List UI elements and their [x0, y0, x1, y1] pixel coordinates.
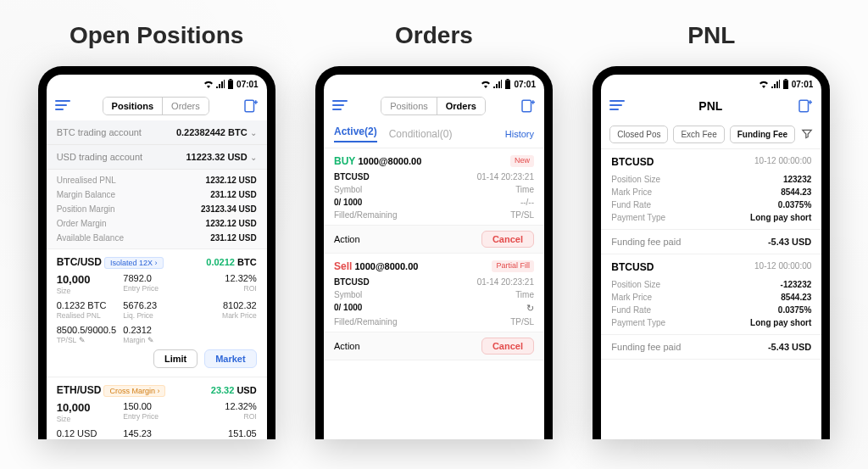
- entry-value: 7892.0: [123, 273, 190, 283]
- tab-positions[interactable]: Positions: [103, 98, 163, 114]
- app-header: Positions Orders: [324, 92, 544, 120]
- entry-value: 150.00: [123, 401, 190, 411]
- menu-icon[interactable]: [55, 100, 70, 112]
- roi-label: ROI: [190, 284, 257, 293]
- size-value: -123232: [781, 280, 812, 289]
- kv-key: Unrealised PNL: [57, 176, 116, 185]
- new-order-icon[interactable]: [796, 98, 813, 114]
- signal-icon: [216, 80, 225, 88]
- margin-value[interactable]: 0.2312: [123, 325, 190, 335]
- tab-funding-fee[interactable]: Funding Fee: [730, 126, 795, 143]
- wifi-icon: [203, 80, 214, 88]
- rate-value: 0.0375%: [778, 200, 811, 209]
- kv-key: Order Margin: [57, 219, 107, 228]
- tpsl-value[interactable]: 8500.5/9000.5: [57, 325, 124, 335]
- position-pair: ETH/USD: [57, 384, 102, 396]
- app-header: PNL: [601, 92, 821, 120]
- liq-value: 145.23: [123, 428, 190, 438]
- tab-orders[interactable]: Orders: [162, 98, 209, 114]
- phone-frame: 07:01 Positions Orders Active(2) Co: [315, 66, 553, 439]
- time-label: Time: [515, 185, 534, 194]
- pnl-symbol: BTCUSD: [611, 156, 654, 168]
- size-label: Size: [57, 287, 124, 295]
- history-link[interactable]: History: [505, 129, 534, 139]
- svg-rect-6: [505, 81, 510, 90]
- menu-icon[interactable]: [609, 100, 625, 112]
- symbol-label: Symbol: [334, 185, 362, 194]
- btc-account-row[interactable]: BTC trading account 0.22382442 BTC⌄: [47, 120, 267, 145]
- svg-rect-12: [799, 100, 809, 112]
- edit-icon[interactable]: ✎: [147, 336, 154, 344]
- position-row: 0.12 USD 145.23 151.05: [57, 428, 257, 438]
- action-label: Action: [334, 341, 360, 351]
- order-badge: Partial Fill: [492, 260, 534, 272]
- size-value: 10,000: [57, 401, 124, 414]
- position-value: 0.0212: [206, 257, 235, 267]
- margin-label: Margin: [123, 336, 145, 344]
- status-time: 07:01: [236, 80, 259, 89]
- chevron-down-icon: ⌄: [250, 128, 257, 137]
- refresh-icon[interactable]: ↻: [526, 303, 534, 314]
- wifi-icon: [481, 80, 491, 88]
- chevron-down-icon: ⌄: [250, 153, 257, 162]
- size-label: Size: [57, 415, 124, 423]
- tab-closed-pos[interactable]: Closed Pos: [609, 126, 668, 143]
- pay-value: Long pay short: [750, 318, 811, 327]
- filter-icon[interactable]: [801, 128, 813, 142]
- usd-account-row[interactable]: USD trading account 11223.32 USD⌄: [47, 145, 267, 170]
- subtab-active[interactable]: Active(2): [334, 126, 377, 142]
- market-button[interactable]: Market: [204, 349, 256, 368]
- mark-value: 8102.32: [190, 300, 257, 310]
- tab-orders[interactable]: Orders: [437, 98, 485, 114]
- mark-value: 151.05: [190, 428, 257, 438]
- time-label: Time: [515, 290, 534, 299]
- filled-label: Filled/Remaining: [334, 317, 397, 327]
- new-order-icon[interactable]: [242, 98, 259, 114]
- limit-button[interactable]: Limit: [153, 349, 198, 368]
- kv-val: 1232.12 USD: [206, 219, 257, 228]
- cancel-button[interactable]: Cancel: [481, 338, 534, 355]
- realised-pnl-value: 0.12 USD: [57, 428, 124, 438]
- svg-rect-10: [784, 79, 787, 81]
- leverage-pill[interactable]: Isolated 12X ›: [104, 257, 164, 269]
- pnl-tabs: Closed Pos Exch Fee Funding Fee: [601, 120, 821, 149]
- tab-positions[interactable]: Positions: [381, 98, 437, 114]
- usd-account-label: USD trading account: [57, 152, 143, 162]
- position-value: 23.32: [211, 385, 235, 395]
- svg-rect-0: [230, 79, 232, 81]
- signal-icon: [493, 80, 502, 88]
- positions-scroll[interactable]: BTC trading account 0.22382442 BTC⌄ USD …: [47, 120, 267, 439]
- battery-icon: [782, 79, 789, 89]
- menu-icon[interactable]: [332, 100, 348, 112]
- position-row: 8500.5/9000.5TP/SL✎ 0.2312Margin✎: [57, 325, 257, 344]
- panel-open-positions: Open Positions 07:01 Positions Orders: [27, 12, 286, 469]
- kv-row: Unrealised PNL1232.12 USD: [47, 173, 267, 187]
- fee-line: Funding fee paid -5.43 USD: [601, 229, 821, 254]
- filled-label: Filled/Remaining: [334, 210, 397, 220]
- subtab-conditional[interactable]: Conditional(0): [389, 128, 453, 140]
- entry-label: Entry Price: [123, 284, 190, 293]
- order-filled: 0/ 1000: [334, 198, 362, 207]
- new-order-icon[interactable]: [519, 98, 536, 114]
- pnl-scroll[interactable]: Closed Pos Exch Fee Funding Fee BTCUSD10…: [601, 120, 821, 439]
- mark-label: Mark Price: [190, 311, 257, 320]
- status-bar: 07:01: [601, 75, 821, 92]
- leverage-pill[interactable]: Cross Margin ›: [103, 385, 165, 397]
- order-card: BUY 1000@8000.00 New BTCUSD01-14 20:23:2…: [324, 148, 544, 254]
- cancel-button[interactable]: Cancel: [481, 231, 534, 248]
- size-value: 123232: [783, 175, 811, 184]
- edit-icon[interactable]: ✎: [79, 336, 86, 344]
- entry-label: Entry Price: [123, 412, 190, 421]
- orders-subtabs: Active(2) Conditional(0) History: [324, 120, 544, 148]
- order-time: 01-14 20:23:21: [477, 172, 534, 181]
- fee-line: Funding fee paid -5.43 USD: [601, 334, 821, 360]
- usd-account-value: 11223.32 USD: [186, 152, 247, 162]
- header-segment: Positions Orders: [103, 97, 209, 115]
- tab-exch-fee[interactable]: Exch Fee: [673, 126, 724, 143]
- position-card-eth: ETH/USD Cross Margin › 23.32 USD 10,000S…: [47, 377, 267, 439]
- pnl-time: 10-12 00:00:00: [754, 156, 811, 168]
- btc-account-value: 0.22382442 BTC: [176, 127, 248, 137]
- action-label: Action: [334, 234, 360, 244]
- kv-row: Order Margin1232.12 USD: [47, 216, 267, 231]
- orders-scroll[interactable]: Active(2) Conditional(0) History BUY 100…: [324, 120, 544, 439]
